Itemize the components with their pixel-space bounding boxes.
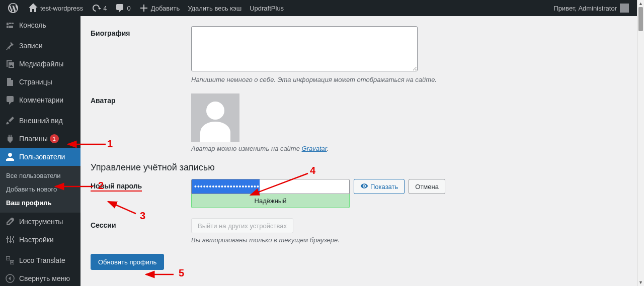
add-new-link[interactable]: Добавить	[135, 0, 184, 16]
user-greeting[interactable]: Привет, Administrator	[549, 0, 633, 16]
comments-link[interactable]: 0	[111, 0, 134, 16]
browser-scrollbar[interactable]: ▲ ▼	[637, 0, 644, 286]
logout-other-button: Выйти на других устройствах	[191, 218, 293, 233]
newpass-label: Новый пароль	[91, 179, 191, 208]
menu-media[interactable]: Медиафайлы	[0, 55, 80, 73]
admin-bar: test-wordpress 4 0 Добавить Удалить весь…	[0, 0, 637, 16]
plus-icon	[139, 3, 149, 13]
scroll-thumb[interactable]	[638, 7, 643, 31]
comments-icon	[5, 95, 15, 105]
pin-icon	[5, 41, 15, 51]
avatar-label: Аватар	[91, 93, 191, 152]
svg-point-1	[206, 102, 224, 120]
scroll-down-icon[interactable]: ▼	[637, 279, 644, 286]
brush-icon	[5, 116, 15, 126]
avatar-image	[191, 93, 239, 142]
translate-icon	[5, 255, 15, 265]
add-new-label: Добавить	[151, 5, 180, 12]
site-name: test-wordpress	[40, 5, 83, 12]
account-heading: Управление учётной записью	[91, 162, 627, 173]
update-icon	[91, 3, 101, 13]
admin-sidebar: Консоль Записи Медиафайлы Страницы Комме…	[0, 16, 80, 286]
menu-comments[interactable]: Комментарии	[0, 91, 80, 109]
menu-tools[interactable]: Инструменты	[0, 213, 80, 231]
menu-settings[interactable]: Настройки	[0, 231, 80, 249]
content-area: Биография Напишите немного о себе. Эта и…	[80, 16, 637, 286]
password-input[interactable]	[191, 179, 350, 194]
menu-collapse[interactable]: Свернуть меню	[0, 269, 80, 286]
menu-appearance[interactable]: Внешний вид	[0, 112, 80, 130]
users-submenu: Все пользователи Добавить нового Ваш про…	[0, 166, 80, 213]
menu-pages[interactable]: Страницы	[0, 73, 80, 91]
comments-count: 0	[127, 5, 130, 12]
bio-textarea[interactable]	[191, 26, 418, 71]
page-icon	[5, 77, 15, 87]
gravatar-link[interactable]: Gravatar	[302, 145, 327, 152]
show-password-button[interactable]: Показать	[354, 179, 405, 194]
sessions-description: Вы авторизованы только в текущем браузер…	[191, 236, 627, 244]
menu-dashboard[interactable]: Консоль	[0, 16, 80, 34]
avatar-description: Аватар можно изменить на сайте Gravatar.	[191, 145, 627, 152]
bio-label: Биография	[91, 26, 191, 83]
plugins-count-badge: 1	[50, 134, 59, 143]
comment-icon	[115, 3, 125, 13]
menu-loco[interactable]: Loco Translate	[0, 251, 80, 269]
eye-icon	[360, 182, 368, 192]
sub-your-profile[interactable]: Ваш профиль	[0, 196, 80, 210]
updraft-link[interactable]: UpdraftPlus	[246, 0, 288, 16]
clear-cache-link[interactable]: Удалить весь кэш	[184, 0, 246, 16]
wp-logo[interactable]	[4, 0, 24, 16]
site-name-link[interactable]: test-wordpress	[24, 0, 87, 16]
updates-link[interactable]: 4	[87, 0, 111, 16]
sliders-icon	[5, 235, 15, 245]
home-icon	[28, 3, 38, 13]
menu-users[interactable]: Пользователи	[0, 148, 80, 166]
user-icon	[5, 152, 15, 162]
menu-posts[interactable]: Записи	[0, 37, 80, 55]
update-profile-button[interactable]: Обновить профиль	[91, 254, 164, 270]
wordpress-icon	[8, 3, 18, 13]
dashboard-icon	[5, 20, 15, 30]
media-icon	[5, 59, 15, 69]
menu-plugins[interactable]: Плагины 1	[0, 130, 80, 148]
password-strength: Надёжный	[191, 194, 350, 208]
updates-count: 4	[103, 5, 107, 12]
cancel-password-button[interactable]: Отмена	[409, 179, 445, 194]
avatar-icon	[620, 4, 629, 13]
sessions-label: Сессии	[91, 218, 191, 244]
scroll-up-icon[interactable]: ▲	[637, 0, 644, 7]
wrench-icon	[5, 217, 15, 227]
sub-all-users[interactable]: Все пользователи	[0, 169, 80, 182]
plugin-icon	[5, 134, 15, 144]
sub-add-user[interactable]: Добавить нового	[0, 182, 80, 196]
bio-description: Напишите немного о себе. Эта информация …	[191, 76, 627, 83]
collapse-icon	[5, 273, 15, 283]
